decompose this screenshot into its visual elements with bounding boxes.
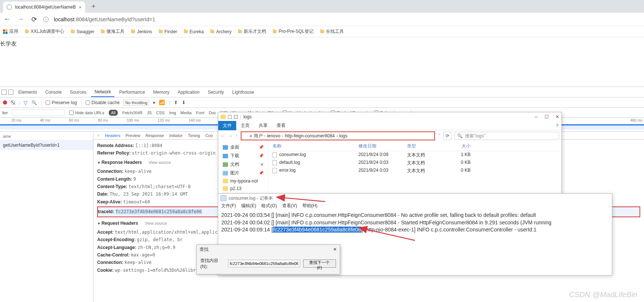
notepad-body[interactable]: 2021-09-24 00:03:54 [] [main] INFO c.p.c… (218, 210, 612, 235)
tab-cookies[interactable]: Coo (205, 133, 213, 138)
checkbox-icon[interactable] (228, 115, 232, 119)
tab-headers[interactable]: Headers (105, 133, 120, 138)
bookmark-item[interactable]: Eureka (184, 29, 204, 34)
back-button[interactable]: ← (3, 15, 11, 23)
bookmark-item[interactable]: 微海工具 (101, 28, 124, 35)
apps-button[interactable]: 应用 (3, 28, 18, 35)
nav-downloads[interactable]: 下载📌 (218, 152, 268, 160)
name-column-header[interactable]: ame (0, 132, 93, 140)
preserve-log-checkbox[interactable]: Preserve log (46, 100, 77, 105)
tab-performance[interactable]: Performance (116, 87, 148, 97)
filter-fetch[interactable]: Fetch/XHR (122, 110, 142, 115)
clear-button[interactable] (11, 100, 15, 105)
record-button[interactable] (3, 100, 7, 105)
tab-security[interactable]: Security (204, 87, 227, 97)
hide-data-urls-checkbox[interactable]: Hide data URLs (69, 110, 104, 115)
filter-img[interactable]: Img (169, 110, 176, 115)
back-button[interactable]: ← (221, 133, 225, 138)
disable-cache-checkbox[interactable]: Disable cache (86, 100, 120, 105)
bookmark-item[interactable]: Jenkins (131, 29, 152, 34)
nav-documents[interactable]: 文档★ (218, 160, 268, 169)
column-headers[interactable]: 名称修改日期类型大小 (269, 141, 561, 151)
notepad-titlebar[interactable]: consumer.log - 记事本 (218, 194, 612, 203)
bookmark-item[interactable]: Swagger (71, 29, 94, 34)
help-icon[interactable]: ? (553, 123, 561, 128)
close-icon[interactable]: × (79, 4, 82, 10)
browser-tab[interactable]: localhost:8084/getUserNameB × (3, 1, 85, 13)
tab-console[interactable]: Console (42, 87, 65, 97)
bookmark-item[interactable]: Pro-Pre-SQL登记 (273, 28, 313, 35)
filter-all[interactable]: All (109, 110, 118, 116)
breadcrumb[interactable]: « 用户› lenovo› http-feign-consumer8084› l… (241, 131, 435, 140)
tab-timing[interactable]: Timing (188, 133, 200, 138)
close-detail-button[interactable]: × (97, 133, 99, 138)
menu-help[interactable]: 帮助(H) (302, 203, 318, 210)
explorer-titlebar[interactable]: | logs ─ ☐ ✕ (218, 112, 561, 121)
checkbox-icon[interactable] (234, 115, 238, 119)
menu-edit[interactable]: 编辑(E) (241, 203, 256, 210)
file-row[interactable]: consumer.log2021/9/24 0:09文本文档1 KB (269, 151, 561, 159)
tab-memory[interactable]: Memory (150, 87, 173, 97)
tab-view[interactable]: 查看 (272, 121, 290, 130)
device-icon[interactable] (8, 90, 13, 95)
filter-css[interactable]: CSS (156, 110, 165, 115)
view-source-link[interactable]: View source (148, 160, 171, 165)
chevron-down-icon[interactable]: ▾ (153, 100, 155, 105)
bookmark-item[interactable]: XXLJob调度中心 (25, 28, 64, 35)
find-titlebar[interactable]: 查找 ✕ (197, 245, 340, 254)
filter-js[interactable]: JS (147, 110, 152, 115)
filter-doc[interactable]: Doc (209, 110, 216, 115)
forward-button[interactable]: → (16, 15, 25, 23)
reload-button[interactable]: ⟳ (30, 15, 38, 24)
refresh-button[interactable]: ⟳ (443, 132, 452, 140)
search-box[interactable]: 🔍搜索"logs" (455, 132, 559, 140)
file-row[interactable]: error.log2021/9/24 0:03文本文档0 KB (269, 167, 561, 175)
minimize-button[interactable]: ─ (534, 114, 538, 119)
nav-folder[interactable]: my-typora-not (218, 177, 268, 185)
tab-elements[interactable]: Elements (15, 87, 40, 97)
url-display[interactable]: localhost:8084/getUserNameById?userId=1 (54, 16, 155, 22)
download-icon[interactable]: ⬇ (182, 100, 186, 105)
menu-file[interactable]: 文件(F) (221, 203, 236, 210)
nav-pictures[interactable]: 图片📌 (218, 169, 268, 177)
bookmark-item[interactable]: Finder (159, 29, 177, 34)
tab-sources[interactable]: Sources (67, 87, 90, 97)
site-info-icon[interactable]: i (43, 17, 49, 22)
bookmark-item[interactable]: 新乐才文档 (238, 28, 266, 35)
close-button[interactable]: ✕ (555, 114, 559, 119)
menu-view[interactable]: 查看(V) (282, 203, 297, 210)
nav-desktop[interactable]: 桌面📌 (218, 143, 268, 152)
tab-preview[interactable]: Preview (126, 133, 140, 138)
tab-network[interactable]: Network (91, 87, 114, 97)
up-button[interactable]: ↑ (235, 133, 238, 138)
tab-application[interactable]: Application (174, 87, 203, 97)
filter-font[interactable]: Font (196, 110, 204, 115)
maximize-button[interactable]: ☐ (545, 114, 549, 119)
file-row[interactable]: default.log2021/9/24 0:03文本文档0 KB (269, 159, 561, 167)
nav-folder[interactable]: p2.13 (218, 185, 268, 192)
throttling-select[interactable]: No throttling (123, 100, 149, 106)
tab-share[interactable]: 共享 (254, 121, 272, 130)
wifi-icon[interactable]: 📶 (159, 100, 165, 105)
bookmark-item[interactable]: Archery (210, 29, 231, 34)
filter-icon[interactable]: ▽ (24, 100, 28, 106)
close-button[interactable]: ✕ (333, 247, 337, 252)
forward-button[interactable]: → (228, 133, 232, 138)
tab-home[interactable]: 主页 (236, 121, 254, 130)
request-row[interactable]: getUserNameById?userId=1 (0, 140, 93, 150)
upload-icon[interactable]: ⬆ (174, 100, 178, 105)
search-icon[interactable]: 🔍 (31, 100, 37, 105)
new-tab-button[interactable]: + (88, 1, 99, 12)
filter-input[interactable] (12, 109, 65, 116)
tab-lighthouse[interactable]: Lighthouse (229, 87, 258, 97)
tab-response[interactable]: Response (145, 133, 164, 138)
tab-file[interactable]: 文件 (218, 121, 236, 130)
inspect-icon[interactable] (1, 90, 7, 95)
menu-format[interactable]: 格式(O) (261, 203, 277, 210)
filter-media[interactable]: Media (181, 110, 192, 115)
find-next-button[interactable]: 查找下一个(F) (303, 259, 336, 268)
bookmark-item[interactable]: 在线工具 (320, 28, 344, 35)
tab-initiator[interactable]: Initiator (169, 133, 183, 138)
find-input[interactable] (228, 260, 300, 267)
dropdown-icon[interactable]: ˅ (438, 133, 440, 138)
